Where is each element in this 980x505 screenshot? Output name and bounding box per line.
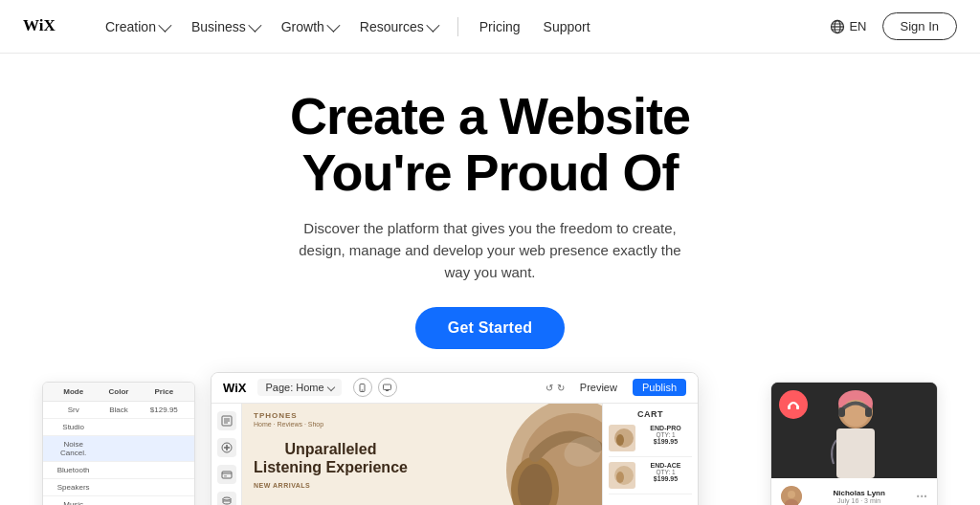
- signin-button[interactable]: Sign In: [882, 12, 957, 40]
- nav-item-resources[interactable]: Resources: [350, 13, 446, 40]
- editor-undo-redo[interactable]: ↺ ↻: [546, 383, 565, 393]
- svg-point-24: [223, 497, 231, 500]
- canvas-brand-name: TPHONES: [254, 411, 298, 420]
- cart-item-image: [609, 462, 635, 489]
- author-avatar: [781, 486, 802, 505]
- editor-panel: WiX Page: Home: [211, 372, 699, 505]
- sidebar-add-icon[interactable]: [217, 438, 236, 457]
- canvas-nav: Home · Reviews · Shop: [254, 421, 323, 428]
- table-row: Speakers: [43, 479, 194, 496]
- svg-rect-43: [796, 406, 799, 409]
- blog-card-content: Nicholas Lynn July 16 · 3 min ··· Travel…: [771, 478, 937, 505]
- canvas-new-arrivals: New Arrivals: [254, 482, 310, 489]
- hero-subtitle: Discover the platform that gives you the…: [289, 217, 691, 284]
- publish-button[interactable]: Publish: [633, 379, 686, 396]
- blog-card-panel: Nicholas Lynn July 16 · 3 min ··· Travel…: [770, 382, 938, 505]
- product-badge: [779, 390, 808, 419]
- hero-section: Create a Website You're Proud Of Discove…: [0, 54, 980, 505]
- nav-item-pricing[interactable]: Pricing: [470, 13, 530, 40]
- editor-wix-logo: WiX: [223, 381, 246, 395]
- svg-rect-21: [222, 472, 232, 478]
- svg-rect-12: [384, 384, 391, 390]
- preview-button[interactable]: Preview: [572, 380, 625, 395]
- svg-rect-23: [224, 475, 227, 477]
- nav-right: EN Sign In: [830, 12, 957, 40]
- logo[interactable]: WiX: [23, 15, 65, 38]
- page-selector[interactable]: Page: Home: [257, 379, 341, 396]
- author-row: Nicholas Lynn July 16 · 3 min ···: [781, 486, 927, 505]
- hero-title: Create a Website You're Proud Of: [290, 88, 690, 202]
- svg-point-45: [788, 491, 795, 498]
- chevron-down-icon: [248, 18, 261, 32]
- get-started-button[interactable]: Get Started: [415, 307, 565, 349]
- svg-rect-40: [838, 407, 845, 417]
- cart-item: END-ACE QTY: 1 $199.95: [609, 462, 692, 494]
- table-row: Studio: [43, 419, 194, 436]
- mobile-view-icon[interactable]: [353, 378, 372, 397]
- nav-item-creation[interactable]: Creation: [96, 13, 178, 40]
- svg-rect-37: [836, 428, 875, 478]
- svg-text:WiX: WiX: [23, 16, 56, 34]
- nav-item-support[interactable]: Support: [534, 13, 600, 40]
- svg-point-32: [616, 434, 624, 446]
- chevron-down-icon: [326, 384, 334, 391]
- canvas-heading: Unparalleled Listening Experience: [254, 440, 408, 476]
- navbar: WiX Creation Business Growth Resources P…: [0, 0, 980, 54]
- table-row: SrvBlack$129.95: [43, 402, 194, 419]
- cart-title: CART: [609, 409, 692, 419]
- chevron-down-icon: [326, 18, 340, 32]
- globe-icon: [830, 19, 845, 34]
- product-table-panel: Mode Color Price SrvBlack$129.95 Studio …: [42, 382, 195, 505]
- language-selector[interactable]: EN: [830, 19, 866, 34]
- headphone-illustration: [449, 404, 602, 505]
- cart-item-image: [609, 425, 635, 451]
- table-row-selected: Noise Cancel.: [43, 436, 194, 462]
- table-header: Mode Color Price: [43, 383, 194, 402]
- sidebar-database-icon[interactable]: [217, 492, 236, 505]
- svg-point-34: [616, 472, 624, 483]
- blog-card-image: [771, 383, 937, 478]
- cart-panel: CART END-PRO QTY: 1 $199.95: [602, 404, 698, 505]
- editor-sidebar: [212, 404, 242, 505]
- table-row: Music: [43, 496, 194, 505]
- editor-topbar: WiX Page: Home: [212, 373, 698, 404]
- nav-item-growth[interactable]: Growth: [272, 13, 346, 40]
- nav-divider: [457, 17, 458, 36]
- chevron-down-icon: [426, 18, 439, 32]
- svg-rect-41: [865, 407, 872, 417]
- preview-area: Mode Color Price SrvBlack$129.95 Studio …: [0, 372, 980, 505]
- nav-item-business[interactable]: Business: [182, 13, 268, 40]
- nav-links: Creation Business Growth Resources Prici…: [96, 13, 830, 40]
- desktop-view-icon[interactable]: [378, 378, 397, 397]
- editor-device-icons: [353, 378, 397, 397]
- editor-canvas: TPHONES Home · Reviews · Shop Unparallel…: [242, 404, 602, 505]
- sidebar-design-icon[interactable]: [217, 465, 236, 484]
- svg-rect-42: [788, 406, 791, 409]
- sidebar-pages-icon[interactable]: [217, 411, 236, 430]
- editor-body: TPHONES Home · Reviews · Shop Unparallel…: [212, 404, 698, 505]
- more-options-icon[interactable]: ···: [916, 489, 927, 504]
- svg-rect-11: [362, 389, 364, 390]
- table-row: Bluetooth: [43, 462, 194, 479]
- cart-item: END-PRO QTY: 1 $199.95: [609, 425, 692, 457]
- chevron-down-icon: [158, 18, 171, 32]
